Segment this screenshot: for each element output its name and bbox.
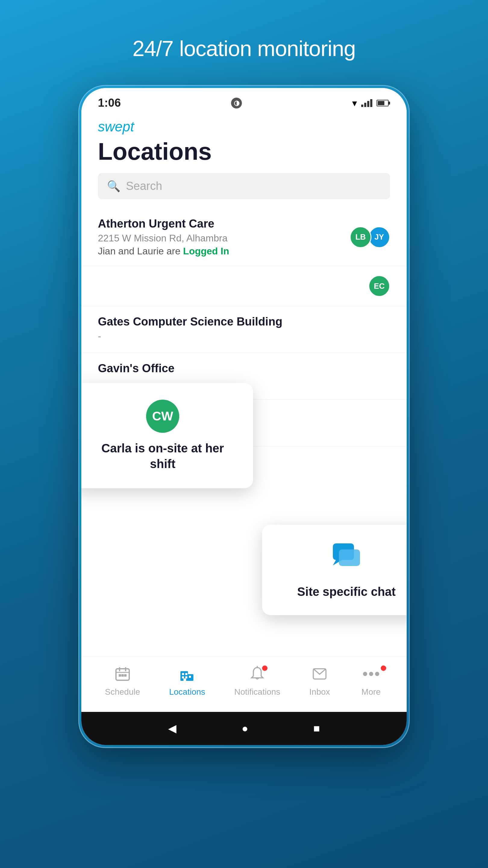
nav-item-locations[interactable]: Locations xyxy=(163,664,211,700)
list-item[interactable]: EC xyxy=(82,266,407,306)
carla-popup-text: Carla is on-site at her shift xyxy=(90,440,235,472)
list-item[interactable]: Gates Computer Science Building - xyxy=(82,306,407,353)
location-list: Atherton Urgent Care 2215 W Mission Rd, … xyxy=(82,208,407,656)
android-nav-bar: ◀ ● ■ xyxy=(82,712,407,745)
nav-icon-wrap-more xyxy=(359,667,383,685)
nav-item-schedule[interactable]: Schedule xyxy=(99,664,146,700)
nav-label-locations: Locations xyxy=(169,687,205,697)
back-button[interactable]: ◀ xyxy=(168,722,176,735)
search-placeholder: Search xyxy=(126,180,162,193)
avatar: EC xyxy=(368,275,390,297)
svg-rect-2 xyxy=(339,550,360,566)
status-indicator: ◑ xyxy=(231,98,242,108)
more-icon xyxy=(361,666,382,686)
svg-rect-7 xyxy=(119,674,121,677)
svg-rect-12 xyxy=(182,673,184,675)
more-dot xyxy=(381,665,386,671)
search-bar[interactable]: 🔍 Search xyxy=(98,173,390,199)
status-time: 1:06 xyxy=(98,96,121,110)
brand-logo: swept xyxy=(98,119,390,135)
location-name: Atherton Urgent Care xyxy=(98,217,353,230)
signal-icon xyxy=(361,99,372,107)
recent-button[interactable]: ■ xyxy=(313,722,320,735)
svg-rect-14 xyxy=(182,676,184,678)
location-info: Gates Computer Science Building - xyxy=(98,315,390,344)
avatar-group: LB JY xyxy=(353,226,390,248)
avatar: LB xyxy=(350,226,371,248)
page-title: 24/7 location monitoring xyxy=(133,36,355,61)
phone-frame: 1:06 ◑ ▾ xyxy=(78,85,410,748)
list-item[interactable]: Atherton Urgent Care 2215 W Mission Rd, … xyxy=(82,208,407,266)
status-icons: ▾ xyxy=(352,97,390,109)
nav-icon-wrap-locations xyxy=(178,667,196,685)
location-info: Atherton Urgent Care 2215 W Mission Rd, … xyxy=(98,217,353,257)
carla-popup: CW Carla is on-site at her shift xyxy=(82,383,253,488)
chat-popup: Site specific chat xyxy=(262,525,407,615)
notification-dot xyxy=(262,665,267,671)
location-name: Gates Computer Science Building xyxy=(98,315,390,328)
location-address: 2215 W Mission Rd, Alhambra xyxy=(98,233,353,244)
svg-point-22 xyxy=(375,672,379,676)
nav-label-schedule: Schedule xyxy=(105,687,140,697)
location-name: Gavin's Office xyxy=(98,362,390,375)
nav-item-notifications[interactable]: Notifications xyxy=(228,664,287,700)
wifi-icon: ▾ xyxy=(352,97,357,109)
svg-point-20 xyxy=(363,672,367,676)
chat-icon xyxy=(331,541,361,576)
svg-rect-16 xyxy=(189,676,191,678)
location-status: Jian and Laurie are Logged In xyxy=(98,246,353,257)
home-button[interactable]: ● xyxy=(241,722,248,735)
bottom-nav: Schedule xyxy=(82,656,407,712)
nav-label-notifications: Notifications xyxy=(234,687,281,697)
nav-item-inbox[interactable]: Inbox xyxy=(303,664,336,700)
logged-in-badge: Logged In xyxy=(183,246,229,256)
svg-rect-8 xyxy=(121,674,124,677)
locations-heading: Locations xyxy=(98,138,390,165)
svg-rect-17 xyxy=(184,678,186,681)
nav-item-more[interactable]: More xyxy=(353,664,389,700)
location-address: - xyxy=(98,331,390,342)
nav-label-more: More xyxy=(361,687,381,697)
buildings-icon xyxy=(179,666,195,686)
avatar: JY xyxy=(368,226,390,248)
inbox-icon xyxy=(312,666,328,686)
nav-icon-wrap-schedule xyxy=(113,667,132,685)
svg-rect-13 xyxy=(185,673,187,675)
search-icon: 🔍 xyxy=(107,180,121,193)
chat-popup-text: Site specific chat xyxy=(297,585,396,598)
svg-rect-9 xyxy=(124,674,127,677)
svg-point-21 xyxy=(369,672,373,676)
phone-screen: 1:06 ◑ ▾ xyxy=(82,88,407,745)
carla-avatar: CW xyxy=(146,400,179,433)
svg-rect-15 xyxy=(185,676,187,678)
avatar-group: EC xyxy=(371,275,390,297)
nav-label-inbox: Inbox xyxy=(310,687,330,697)
calendar-icon xyxy=(115,666,131,686)
nav-icon-wrap-inbox xyxy=(311,667,329,685)
status-bar: 1:06 ◑ ▾ xyxy=(82,88,407,113)
battery-icon xyxy=(377,100,390,106)
app-header: swept Locations 🔍 Search xyxy=(82,113,407,208)
nav-icon-wrap-notifications xyxy=(248,667,266,685)
